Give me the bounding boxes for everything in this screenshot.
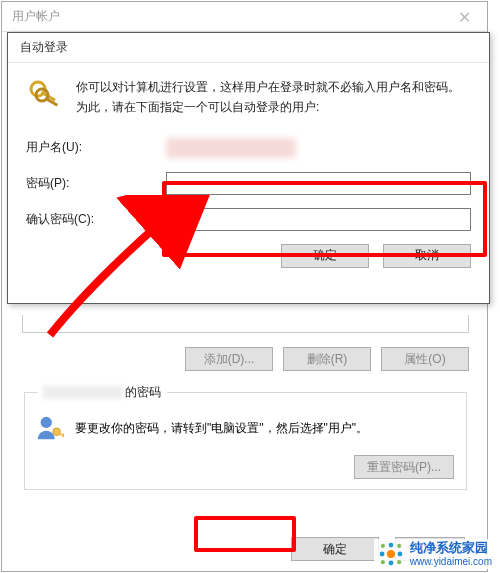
remove-button[interactable]: 删除(R) [283,347,371,371]
dialog-message: 你可以对计算机进行设置，这样用户在登录时就不必输入用户名和密码。 为此，请在下面… [76,77,460,118]
password-group: 的密码 要更改你的密码，请转到"电脑设置"，然后选择"用户"。 重置密码(P).… [24,392,467,490]
username-label: 用户名(U): [26,139,166,156]
reset-password-button[interactable]: 重置密码(P)... [354,455,454,479]
confirm-password-input[interactable] [166,208,471,231]
parent-title: 用户帐户 [12,8,60,25]
dialog-titlebar: 自动登录 [8,33,489,63]
add-button[interactable]: 添加(D)... [185,347,273,371]
close-icon[interactable]: ✕ [442,2,487,32]
svg-point-12 [397,560,401,564]
password-label: 密码(P): [26,175,166,192]
svg-point-8 [387,550,395,558]
username-value-redacted [166,138,296,158]
auto-login-dialog: 自动登录 你可以对计算机进行设置，这样用户在登录时就不必输入用户名和密码。 为此… [7,32,490,304]
parent-titlebar: 用户帐户 [2,2,487,32]
svg-rect-3 [62,434,64,438]
svg-point-0 [41,417,52,428]
dialog-title-text: 自动登录 [20,39,68,56]
dialog-cancel-button[interactable]: 取消 [383,244,471,268]
parent-ok-button[interactable]: 确定 [291,537,379,561]
password-group-legend: 的密码 [37,384,167,401]
users-list-area: 添加(D)... 删除(R) 属性(O) [22,315,469,371]
svg-point-9 [381,544,385,548]
watermark-url: www.yidaimei.com [410,556,492,567]
dialog-ok-button[interactable]: 确定 [281,244,369,268]
svg-point-10 [397,544,401,548]
dialog-button-row: 确定 取消 [26,244,471,268]
svg-point-11 [381,560,385,564]
watermark-logo-icon [378,541,404,567]
password-instruction: 要更改你的密码，请转到"电脑设置"，然后选择"用户"。 [75,420,456,437]
keys-icon [26,77,62,113]
watermark-name: 纯净系统家园 [410,541,492,555]
properties-button[interactable]: 属性(O) [381,347,469,371]
password-input[interactable] [166,172,471,195]
watermark: 纯净系统家园 www.yidaimei.com [374,539,496,569]
user-key-icon [35,413,65,443]
confirm-password-label: 确认密码(C): [26,211,166,228]
